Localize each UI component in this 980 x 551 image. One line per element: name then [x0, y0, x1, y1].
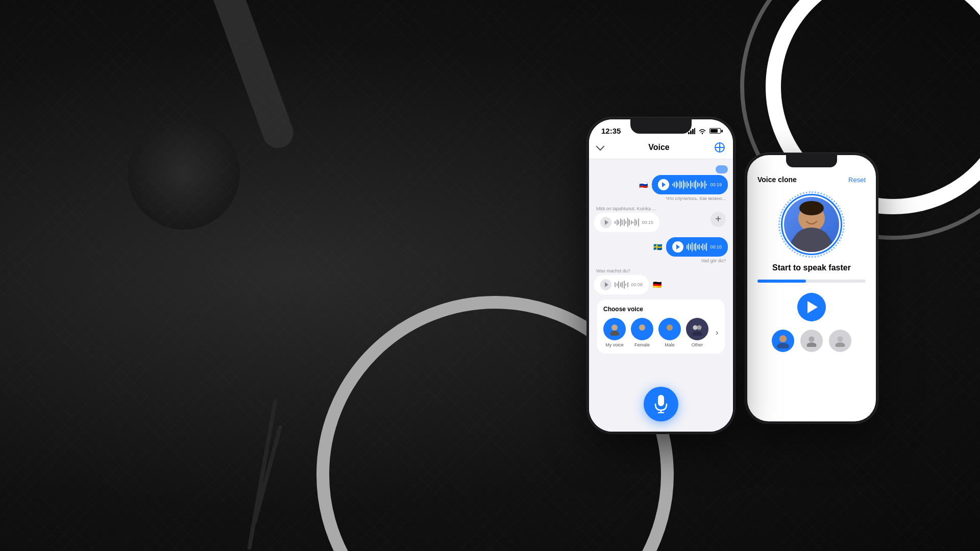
male-icon [663, 322, 676, 336]
avatar-person-3-icon [834, 335, 846, 347]
msg-label-3: Vad gör du? [699, 258, 728, 263]
mic-button[interactable] [644, 387, 678, 421]
bubble-gray-4: 00:08 [594, 275, 649, 294]
voice-options: My voice Female [603, 318, 719, 347]
svg-point-5 [610, 331, 619, 336]
message-row-3: 🇸🇪 [594, 237, 728, 263]
myvoice-icon [608, 322, 621, 336]
svg-rect-3 [694, 128, 695, 134]
voice-avatar-myvoice [603, 318, 626, 340]
bubble-blue-1b: 00:19 [652, 175, 728, 194]
voice-option-male[interactable]: Male [658, 318, 681, 347]
message-row-2: Mitä on tapahtunut. Kuinka ... [594, 206, 710, 232]
voice-label-myvoice: My voice [605, 342, 624, 347]
waveform-2 [615, 217, 639, 228]
other-icon [691, 322, 704, 336]
play-button-2[interactable] [600, 217, 611, 228]
duration-3: 00:10 [710, 244, 722, 249]
waveform-3 [687, 242, 707, 252]
plus-container: Mitä on tapahtunut. Kuinka ... [594, 206, 728, 232]
svg-point-12 [692, 332, 702, 336]
voice-option-myvoice[interactable]: My voice [603, 318, 626, 347]
wifi-icon [698, 128, 706, 134]
play-tri-1 [662, 182, 666, 187]
message-row-1: 🇷🇺 [594, 165, 728, 201]
play-button-4[interactable] [600, 279, 611, 290]
phone2-frame: Voice clone Reset [745, 153, 878, 423]
flag-swedish: 🇸🇪 [652, 241, 664, 253]
flag-german: 🇩🇪 [651, 279, 663, 291]
female-icon [635, 322, 649, 336]
back-chevron-icon[interactable] [596, 142, 605, 151]
phone1-screen: 12:35 [589, 119, 733, 432]
msg4-container: 00:08 🇩🇪 [594, 275, 663, 294]
voice-option-other[interactable]: Other [686, 318, 708, 347]
msg3-container: 🇸🇪 [652, 237, 728, 257]
svg-point-24 [837, 336, 843, 342]
voice-label-female: Female [634, 342, 650, 347]
voice-chevron-icon[interactable]: › [716, 328, 718, 337]
svg-point-4 [611, 324, 618, 331]
avatar-person-2-icon [805, 335, 818, 347]
chat-area: 🇷🇺 [589, 159, 733, 379]
avatar-selected[interactable] [772, 330, 794, 352]
globe-icon[interactable] [715, 142, 725, 153]
waveform-4 [615, 280, 628, 290]
svg-rect-0 [688, 132, 690, 134]
svg-point-22 [808, 336, 814, 342]
battery-icon [709, 128, 721, 134]
voice-avatar-male [658, 318, 681, 340]
play-tri-3 [676, 244, 680, 249]
phone2-notch [786, 155, 837, 167]
play-big-button[interactable] [797, 293, 826, 321]
avatar-ring [781, 194, 842, 255]
voice-avatar-female [631, 318, 653, 340]
speak-faster-label: Start to speak faster [747, 263, 876, 272]
voice-label-male: Male [665, 342, 675, 347]
svg-point-21 [777, 343, 789, 348]
svg-point-6 [639, 324, 645, 331]
bubble-blue-3: 00:10 [666, 237, 728, 257]
svg-rect-2 [692, 129, 694, 134]
phone1-header: Voice [589, 138, 733, 159]
avatar-option-2[interactable] [800, 330, 823, 352]
choose-voice-panel: Choose voice My voice [597, 299, 725, 354]
speed-bar-container [747, 280, 876, 283]
status-icons [688, 128, 721, 134]
duration-1: 00:19 [710, 182, 722, 187]
reset-button[interactable]: Reset [848, 176, 866, 184]
waveform-1 [672, 180, 707, 190]
svg-point-9 [665, 331, 674, 336]
status-time: 12:35 [601, 127, 621, 135]
message-row-4: Was machst du? [594, 268, 728, 294]
phones-container: 12:35 [587, 117, 878, 434]
play-button-1[interactable] [658, 179, 669, 190]
msg-label-1: Что случилось. Как можно... [664, 196, 728, 201]
msg-label-4: Was machst du? [594, 268, 632, 273]
voice-avatar-other [686, 318, 708, 340]
svg-point-23 [806, 342, 816, 347]
avatar-option-3[interactable] [829, 330, 851, 352]
play-big-container [747, 293, 876, 321]
play-tri-big [807, 301, 818, 313]
play-button-3[interactable] [672, 241, 683, 253]
phone1-title: Voice [648, 143, 670, 152]
svg-point-8 [667, 324, 673, 331]
voice-label-other: Other [692, 342, 703, 347]
plus-button[interactable]: + [710, 212, 726, 227]
flag-russian: 🇷🇺 [638, 179, 650, 191]
play-tri-4 [605, 282, 608, 287]
avatar-dots [778, 191, 845, 258]
phone2-title: Voice clone [757, 176, 797, 184]
avatar-person-1-icon [775, 333, 791, 348]
duration-2: 00:15 [642, 220, 654, 225]
speed-bar-fill [757, 280, 806, 283]
svg-point-11 [697, 325, 702, 330]
svg-point-10 [693, 325, 698, 330]
play-tri-2 [605, 220, 608, 225]
avatar-ring-container [747, 194, 876, 255]
mic-icon [653, 395, 669, 413]
avatar-row [747, 330, 876, 362]
voice-option-female[interactable]: Female [631, 318, 653, 347]
svg-point-25 [835, 342, 845, 347]
